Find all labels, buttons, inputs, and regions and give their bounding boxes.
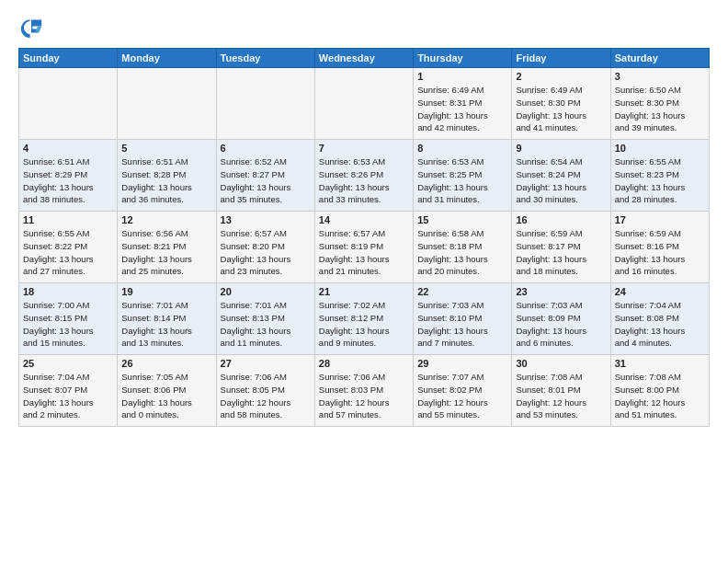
- day-number: 19: [121, 286, 211, 297]
- day-info: Sunrise: 6:59 AM Sunset: 8:17 PM Dayligh…: [516, 227, 606, 278]
- day-number: 20: [221, 286, 311, 297]
- day-number: 16: [516, 214, 606, 225]
- day-info: Sunrise: 6:57 AM Sunset: 8:19 PM Dayligh…: [319, 227, 409, 278]
- day-number: 29: [417, 358, 507, 369]
- calendar-day-cell: 16Sunrise: 6:59 AM Sunset: 8:17 PM Dayli…: [512, 212, 610, 283]
- calendar-table: SundayMondayTuesdayWednesdayThursdayFrid…: [18, 48, 710, 427]
- day-number: 1: [417, 71, 507, 82]
- calendar-day-cell: [216, 68, 314, 140]
- day-info: Sunrise: 7:01 AM Sunset: 8:14 PM Dayligh…: [121, 299, 211, 350]
- calendar-week-row: 4Sunrise: 6:51 AM Sunset: 8:29 PM Daylig…: [19, 140, 710, 212]
- day-number: 14: [319, 214, 409, 225]
- calendar-day-cell: 30Sunrise: 7:08 AM Sunset: 8:01 PM Dayli…: [512, 355, 610, 427]
- day-number: 25: [23, 358, 113, 369]
- calendar-day-cell: 21Sunrise: 7:02 AM Sunset: 8:12 PM Dayli…: [314, 283, 413, 355]
- day-number: 17: [615, 214, 705, 225]
- weekday-header: Thursday: [414, 49, 512, 68]
- day-info: Sunrise: 7:04 AM Sunset: 8:07 PM Dayligh…: [23, 371, 113, 421]
- weekday-header: Wednesday: [314, 49, 413, 68]
- day-number: 21: [319, 286, 409, 297]
- calendar-day-cell: 25Sunrise: 7:04 AM Sunset: 8:07 PM Dayli…: [19, 355, 118, 427]
- weekday-header: Saturday: [610, 49, 709, 68]
- day-number: 10: [615, 143, 705, 154]
- day-info: Sunrise: 7:03 AM Sunset: 8:10 PM Dayligh…: [417, 299, 507, 350]
- day-info: Sunrise: 6:58 AM Sunset: 8:18 PM Dayligh…: [417, 227, 507, 278]
- calendar-day-cell: 19Sunrise: 7:01 AM Sunset: 8:14 PM Dayli…: [118, 283, 216, 355]
- logo-icon: [18, 15, 44, 40]
- calendar-day-cell: 18Sunrise: 7:00 AM Sunset: 8:15 PM Dayli…: [19, 283, 118, 355]
- day-info: Sunrise: 6:51 AM Sunset: 8:28 PM Dayligh…: [121, 155, 211, 206]
- calendar-day-cell: 14Sunrise: 6:57 AM Sunset: 8:19 PM Dayli…: [314, 212, 413, 283]
- day-info: Sunrise: 6:53 AM Sunset: 8:25 PM Dayligh…: [417, 155, 507, 206]
- day-number: 31: [615, 358, 705, 369]
- calendar-day-cell: [118, 68, 216, 140]
- calendar-day-cell: 23Sunrise: 7:03 AM Sunset: 8:09 PM Dayli…: [512, 283, 610, 355]
- calendar-day-cell: 22Sunrise: 7:03 AM Sunset: 8:10 PM Dayli…: [414, 283, 512, 355]
- header: [18, 15, 710, 40]
- day-info: Sunrise: 7:00 AM Sunset: 8:15 PM Dayligh…: [23, 299, 113, 350]
- weekday-header: Friday: [512, 49, 610, 68]
- calendar-week-row: 11Sunrise: 6:55 AM Sunset: 8:22 PM Dayli…: [19, 212, 710, 283]
- page: SundayMondayTuesdayWednesdayThursdayFrid…: [0, 0, 728, 563]
- day-number: 3: [615, 71, 705, 82]
- calendar-day-cell: 13Sunrise: 6:57 AM Sunset: 8:20 PM Dayli…: [216, 212, 314, 283]
- day-info: Sunrise: 6:55 AM Sunset: 8:23 PM Dayligh…: [615, 155, 705, 206]
- calendar-day-cell: 17Sunrise: 6:59 AM Sunset: 8:16 PM Dayli…: [610, 212, 709, 283]
- day-number: 6: [221, 143, 311, 154]
- weekday-header-row: SundayMondayTuesdayWednesdayThursdayFrid…: [19, 49, 710, 68]
- calendar-day-cell: 11Sunrise: 6:55 AM Sunset: 8:22 PM Dayli…: [19, 212, 118, 283]
- calendar-day-cell: [314, 68, 413, 140]
- day-number: 8: [417, 143, 507, 154]
- calendar-day-cell: 9Sunrise: 6:54 AM Sunset: 8:24 PM Daylig…: [512, 140, 610, 212]
- day-number: 4: [23, 143, 113, 154]
- calendar-week-row: 18Sunrise: 7:00 AM Sunset: 8:15 PM Dayli…: [19, 283, 710, 355]
- calendar-day-cell: 3Sunrise: 6:50 AM Sunset: 8:30 PM Daylig…: [610, 68, 709, 140]
- calendar-day-cell: 20Sunrise: 7:01 AM Sunset: 8:13 PM Dayli…: [216, 283, 314, 355]
- day-number: 2: [516, 71, 606, 82]
- day-info: Sunrise: 7:02 AM Sunset: 8:12 PM Dayligh…: [319, 299, 409, 350]
- calendar-day-cell: [19, 68, 118, 140]
- calendar-day-cell: 27Sunrise: 7:06 AM Sunset: 8:05 PM Dayli…: [216, 355, 314, 427]
- day-info: Sunrise: 7:01 AM Sunset: 8:13 PM Dayligh…: [221, 299, 311, 350]
- day-info: Sunrise: 6:50 AM Sunset: 8:30 PM Dayligh…: [615, 84, 705, 134]
- day-number: 12: [121, 214, 211, 225]
- day-info: Sunrise: 6:49 AM Sunset: 8:31 PM Dayligh…: [417, 84, 507, 134]
- calendar-day-cell: 2Sunrise: 6:49 AM Sunset: 8:30 PM Daylig…: [512, 68, 610, 140]
- calendar-day-cell: 12Sunrise: 6:56 AM Sunset: 8:21 PM Dayli…: [118, 212, 216, 283]
- logo: [18, 15, 48, 40]
- day-number: 15: [417, 214, 507, 225]
- day-info: Sunrise: 7:08 AM Sunset: 8:00 PM Dayligh…: [615, 371, 705, 421]
- calendar-day-cell: 6Sunrise: 6:52 AM Sunset: 8:27 PM Daylig…: [216, 140, 314, 212]
- weekday-header: Tuesday: [216, 49, 314, 68]
- day-info: Sunrise: 7:03 AM Sunset: 8:09 PM Dayligh…: [516, 299, 606, 350]
- day-number: 28: [319, 358, 409, 369]
- calendar-day-cell: 15Sunrise: 6:58 AM Sunset: 8:18 PM Dayli…: [414, 212, 512, 283]
- day-number: 22: [417, 286, 507, 297]
- day-number: 9: [516, 143, 606, 154]
- day-number: 26: [121, 358, 211, 369]
- day-number: 5: [121, 143, 211, 154]
- calendar-week-row: 1Sunrise: 6:49 AM Sunset: 8:31 PM Daylig…: [19, 68, 710, 140]
- day-number: 18: [23, 286, 113, 297]
- day-info: Sunrise: 6:52 AM Sunset: 8:27 PM Dayligh…: [221, 155, 311, 206]
- day-info: Sunrise: 6:57 AM Sunset: 8:20 PM Dayligh…: [221, 227, 311, 278]
- calendar-day-cell: 26Sunrise: 7:05 AM Sunset: 8:06 PM Dayli…: [118, 355, 216, 427]
- day-info: Sunrise: 7:08 AM Sunset: 8:01 PM Dayligh…: [516, 371, 606, 421]
- day-info: Sunrise: 7:06 AM Sunset: 8:05 PM Dayligh…: [221, 371, 311, 421]
- calendar-day-cell: 4Sunrise: 6:51 AM Sunset: 8:29 PM Daylig…: [19, 140, 118, 212]
- day-info: Sunrise: 6:49 AM Sunset: 8:30 PM Dayligh…: [516, 84, 606, 134]
- day-info: Sunrise: 7:06 AM Sunset: 8:03 PM Dayligh…: [319, 371, 409, 421]
- day-info: Sunrise: 7:07 AM Sunset: 8:02 PM Dayligh…: [417, 371, 507, 421]
- day-info: Sunrise: 7:04 AM Sunset: 8:08 PM Dayligh…: [615, 299, 705, 350]
- day-info: Sunrise: 6:54 AM Sunset: 8:24 PM Dayligh…: [516, 155, 606, 206]
- day-info: Sunrise: 6:55 AM Sunset: 8:22 PM Dayligh…: [23, 227, 113, 278]
- calendar-day-cell: 8Sunrise: 6:53 AM Sunset: 8:25 PM Daylig…: [414, 140, 512, 212]
- day-number: 27: [221, 358, 311, 369]
- day-number: 23: [516, 286, 606, 297]
- day-info: Sunrise: 6:59 AM Sunset: 8:16 PM Dayligh…: [615, 227, 705, 278]
- day-info: Sunrise: 6:56 AM Sunset: 8:21 PM Dayligh…: [121, 227, 211, 278]
- day-info: Sunrise: 6:51 AM Sunset: 8:29 PM Dayligh…: [23, 155, 113, 206]
- calendar-day-cell: 5Sunrise: 6:51 AM Sunset: 8:28 PM Daylig…: [118, 140, 216, 212]
- calendar-day-cell: 1Sunrise: 6:49 AM Sunset: 8:31 PM Daylig…: [414, 68, 512, 140]
- day-number: 30: [516, 358, 606, 369]
